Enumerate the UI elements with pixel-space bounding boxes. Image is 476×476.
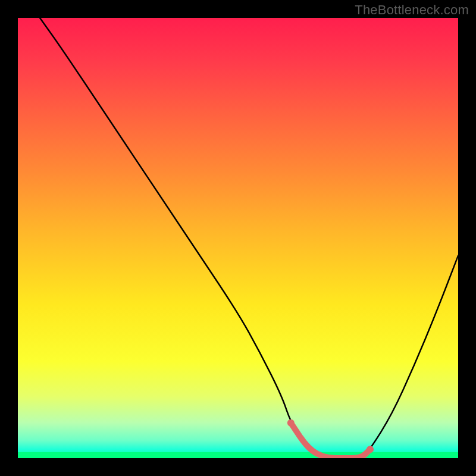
chart-container: TheBottleneck.com bbox=[0, 0, 476, 476]
bottleneck-curve bbox=[40, 18, 458, 458]
highlight-range bbox=[291, 423, 370, 458]
watermark-text: TheBottleneck.com bbox=[355, 2, 469, 18]
highlight-dot-start bbox=[287, 419, 295, 427]
plot-area bbox=[18, 18, 458, 458]
curve-layer bbox=[18, 18, 458, 458]
highlight-dot-end bbox=[367, 446, 374, 453]
